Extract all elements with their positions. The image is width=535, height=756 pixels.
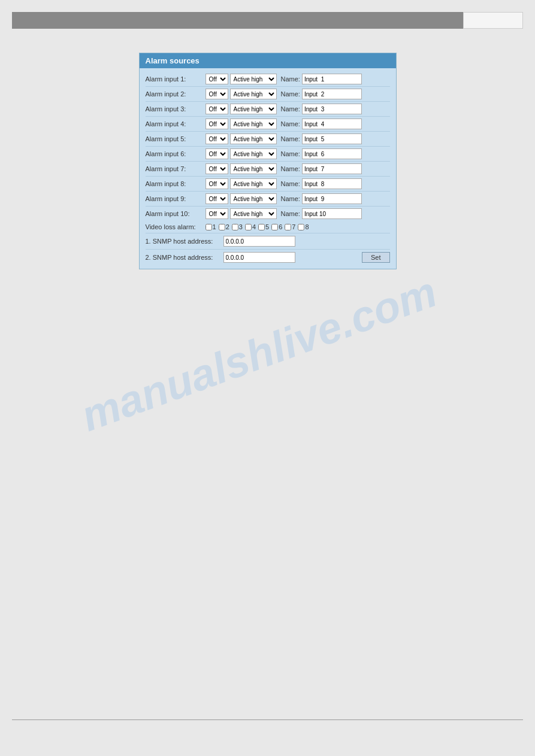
top-bar: [12, 12, 523, 29]
alarm-off-select-8[interactable]: OffOn: [205, 178, 228, 189]
top-bar-right-box: [463, 12, 523, 29]
snmp1-label: 1. SNMP host address:: [146, 238, 223, 245]
alarm-mode-select-1[interactable]: Active highActive low: [230, 74, 277, 84]
video-loss-checkbox-item-2: 2: [219, 223, 229, 230]
alarm-name-label-8: Name:: [281, 180, 300, 187]
alarm-label-10: Alarm input 10:: [146, 210, 205, 217]
alarm-off-select-2[interactable]: OffOn: [205, 89, 228, 99]
alarm-row-3: Alarm input 3:OffOnActive highActive low…: [146, 102, 390, 117]
alarm-row-9: Alarm input 9:OffOnActive highActive low…: [146, 192, 390, 207]
video-loss-checkbox-4[interactable]: [245, 224, 252, 230]
alarm-controls-2: OffOnActive highActive lowName:: [205, 89, 390, 99]
alarm-name-input-5[interactable]: [302, 133, 362, 144]
alarm-row-7: Alarm input 7:OffOnActive highActive low…: [146, 162, 390, 177]
alarm-controls-6: OffOnActive highActive lowName:: [205, 148, 390, 159]
video-loss-checkbox-item-8: 8: [298, 223, 309, 230]
video-loss-checkbox-label-5: 5: [265, 223, 269, 230]
panel-header: Alarm sources: [140, 53, 396, 68]
alarm-name-label-10: Name:: [281, 210, 300, 217]
alarm-rows-container: Alarm input 1:OffOnActive highActive low…: [146, 72, 390, 221]
video-loss-checkbox-2[interactable]: [219, 224, 225, 230]
alarm-controls-9: OffOnActive highActive lowName:: [205, 193, 390, 204]
video-loss-checkbox-1[interactable]: [205, 224, 212, 230]
alarm-name-input-8[interactable]: [302, 178, 362, 189]
alarm-mode-select-6[interactable]: Active highActive low: [230, 148, 277, 159]
video-loss-checkbox-7[interactable]: [285, 224, 291, 230]
alarm-name-input-7[interactable]: [302, 163, 362, 174]
alarm-row-8: Alarm input 8:OffOnActive highActive low…: [146, 177, 390, 192]
alarm-label-8: Alarm input 8:: [146, 180, 205, 187]
alarm-row-1: Alarm input 1:OffOnActive highActive low…: [146, 72, 390, 87]
alarm-label-7: Alarm input 7:: [146, 165, 205, 172]
video-loss-checkbox-label-6: 6: [279, 223, 282, 230]
alarm-name-input-4[interactable]: [302, 119, 362, 129]
video-loss-checkbox-item-3: 3: [232, 223, 243, 230]
alarm-controls-7: OffOnActive highActive lowName:: [205, 163, 390, 174]
alarm-label-5: Alarm input 5:: [146, 135, 205, 142]
alarm-name-label-4: Name:: [281, 120, 300, 127]
alarm-name-label-2: Name:: [281, 90, 300, 98]
alarm-name-input-3[interactable]: [302, 104, 362, 114]
video-loss-checkbox-label-3: 3: [239, 223, 243, 230]
video-loss-checkbox-item-4: 4: [245, 223, 256, 230]
snmp1-input[interactable]: [223, 236, 295, 247]
alarm-mode-select-7[interactable]: Active highActive low: [230, 163, 277, 174]
alarm-off-select-6[interactable]: OffOn: [205, 148, 228, 159]
video-loss-checkbox-label-7: 7: [292, 223, 295, 230]
alarm-name-label-9: Name:: [281, 195, 300, 202]
alarm-mode-select-2[interactable]: Active highActive low: [230, 89, 277, 99]
alarm-name-label-5: Name:: [281, 135, 300, 142]
video-loss-row: Video loss alarm: 12345678: [146, 221, 390, 233]
video-loss-checkbox-item-7: 7: [285, 223, 295, 230]
snmp2-row: 2. SNMP host address: Set: [146, 250, 390, 265]
snmp2-input[interactable]: [223, 252, 295, 263]
alarm-off-select-4[interactable]: OffOn: [205, 119, 228, 129]
alarm-off-select-10[interactable]: OffOn: [205, 208, 228, 219]
watermark: manualshlive.com: [75, 267, 443, 441]
alarm-name-input-6[interactable]: [302, 148, 362, 159]
alarm-off-select-7[interactable]: OffOn: [205, 163, 228, 174]
alarm-mode-select-9[interactable]: Active highActive low: [230, 193, 277, 204]
alarm-name-input-1[interactable]: [302, 74, 362, 84]
set-button[interactable]: Set: [362, 252, 390, 263]
alarm-off-select-5[interactable]: OffOn: [205, 133, 228, 144]
alarm-panel: Alarm sources Alarm input 1:OffOnActive …: [139, 53, 397, 269]
alarm-label-1: Alarm input 1:: [146, 75, 205, 83]
alarm-controls-4: OffOnActive highActive lowName:: [205, 119, 390, 129]
alarm-row-5: Alarm input 5:OffOnActive highActive low…: [146, 132, 390, 147]
video-loss-checkbox-6[interactable]: [271, 224, 278, 230]
video-loss-checkbox-item-1: 1: [205, 223, 216, 230]
video-loss-checkbox-8[interactable]: [298, 224, 304, 230]
alarm-row-2: Alarm input 2:OffOnActive highActive low…: [146, 87, 390, 102]
snmp1-row: 1. SNMP host address:: [146, 233, 390, 250]
alarm-mode-select-4[interactable]: Active highActive low: [230, 119, 277, 129]
video-loss-checkbox-5[interactable]: [258, 224, 265, 230]
video-loss-checkbox-item-5: 5: [258, 223, 269, 230]
alarm-controls-8: OffOnActive highActive lowName:: [205, 178, 390, 189]
alarm-row-4: Alarm input 4:OffOnActive highActive low…: [146, 117, 390, 132]
video-loss-checkbox-label-1: 1: [213, 223, 216, 230]
alarm-mode-select-5[interactable]: Active highActive low: [230, 133, 277, 144]
alarm-name-label-3: Name:: [281, 105, 300, 113]
alarm-mode-select-10[interactable]: Active highActive low: [230, 208, 277, 219]
alarm-off-select-1[interactable]: OffOn: [205, 74, 228, 84]
alarm-row-6: Alarm input 6:OffOnActive highActive low…: [146, 147, 390, 162]
alarm-name-label-1: Name:: [281, 75, 300, 83]
alarm-mode-select-8[interactable]: Active highActive low: [230, 178, 277, 189]
alarm-off-select-3[interactable]: OffOn: [205, 104, 228, 114]
alarm-name-input-9[interactable]: [302, 193, 362, 204]
alarm-label-4: Alarm input 4:: [146, 120, 205, 127]
main-content: Alarm sources Alarm input 1:OffOnActive …: [12, 41, 523, 281]
alarm-label-2: Alarm input 2:: [146, 90, 205, 98]
alarm-name-input-10[interactable]: [302, 208, 362, 219]
panel-title: Alarm sources: [146, 56, 200, 65]
alarm-mode-select-3[interactable]: Active highActive low: [230, 104, 277, 114]
alarm-controls-1: OffOnActive highActive lowName:: [205, 74, 390, 84]
snmp2-label: 2. SNMP host address:: [146, 254, 223, 261]
alarm-off-select-9[interactable]: OffOn: [205, 193, 228, 204]
alarm-name-input-2[interactable]: [302, 89, 362, 99]
video-loss-checkbox-3[interactable]: [232, 224, 238, 230]
alarm-label-3: Alarm input 3:: [146, 105, 205, 113]
alarm-controls-5: OffOnActive highActive lowName:: [205, 133, 390, 144]
video-loss-checkbox-label-4: 4: [252, 223, 256, 230]
